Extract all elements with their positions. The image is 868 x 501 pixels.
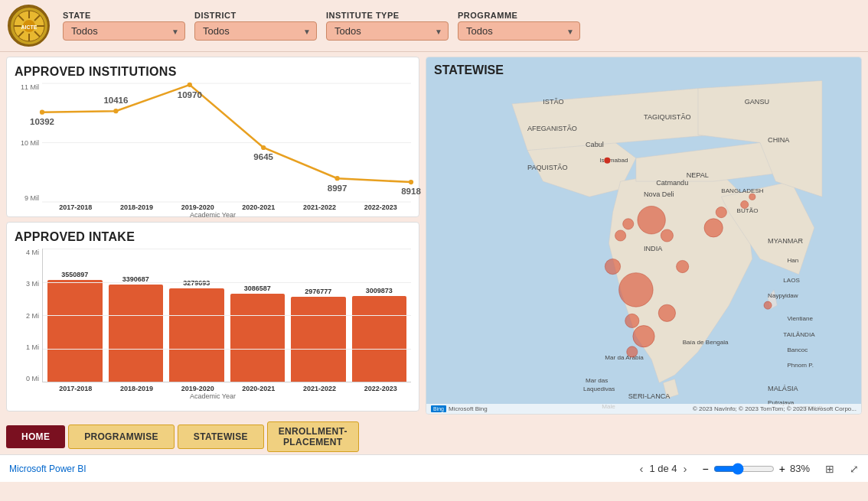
zoom-slider[interactable] xyxy=(713,463,775,475)
nav-home-button[interactable]: HOME xyxy=(6,425,65,448)
bar-y-tick-3mi: 3 Mi xyxy=(26,280,39,288)
svg-text:10416: 10416 xyxy=(103,96,128,105)
svg-point-71 xyxy=(623,219,634,229)
fullscreen-button[interactable]: ⤢ xyxy=(850,463,859,475)
district-filter-select[interactable]: Todos xyxy=(194,21,317,41)
nav-statewise-button[interactable]: STATEWISE xyxy=(178,425,264,449)
approved-intake-card: APPROVED INTAKE 4 Mi 3 Mi 2 Mi 1 Mi 0 Mi xyxy=(6,222,419,412)
zoom-level: 83% xyxy=(790,463,810,474)
svg-text:10392: 10392 xyxy=(30,117,54,126)
page-info: 1 de 4 xyxy=(649,463,677,474)
statewise-map-title: STATEWISE xyxy=(426,57,511,80)
svg-text:MALÁSIA: MALÁSIA xyxy=(768,385,798,392)
zoom-out-button[interactable]: − xyxy=(703,463,709,475)
approved-intake-title: APPROVED INTAKE xyxy=(15,230,411,244)
bar-2020: 3086587 xyxy=(230,285,286,382)
left-panel: APPROVED INSTITUTIONS 11 Mil 10 Mil 9 Mi… xyxy=(6,57,419,415)
line-chart-svg: 10392 10416 10970 9645 8997 8918 xyxy=(42,83,411,202)
logo-area: AICTE xyxy=(8,5,54,47)
svg-text:BANGLADESH: BANGLADESH xyxy=(721,187,763,194)
svg-text:MYANMAR: MYANMAR xyxy=(768,237,803,245)
svg-point-16 xyxy=(113,109,118,113)
nav-programwise-button[interactable]: PROGRAMWISE xyxy=(68,425,175,449)
state-filter-wrapper[interactable]: Todos xyxy=(63,21,185,41)
svg-point-66 xyxy=(615,230,626,241)
svg-text:GANSU: GANSU xyxy=(745,98,769,106)
district-filter-label: DISTRICT xyxy=(194,11,317,20)
x-label-2019: 2019-2020 xyxy=(167,203,228,211)
zoom-controls: − + 83% xyxy=(703,463,810,475)
svg-point-65 xyxy=(661,229,673,242)
x-label-2021: 2021-2022 xyxy=(289,203,351,211)
svg-text:Mar das: Mar das xyxy=(586,377,608,384)
svg-text:Catmandu: Catmandu xyxy=(656,179,688,187)
x-label-2018: 2018-2019 xyxy=(106,203,168,211)
prev-page-button[interactable]: ‹ xyxy=(639,462,643,475)
institute-type-filter-wrapper[interactable]: Todos xyxy=(326,21,449,41)
programme-filter-select[interactable]: Todos xyxy=(458,21,580,41)
fit-page-button[interactable]: ⊞ xyxy=(825,463,834,475)
programme-filter-label: PROGRAMME xyxy=(458,11,580,20)
powerbi-link[interactable]: Microsoft Power BI xyxy=(9,464,86,474)
zoom-in-button[interactable]: + xyxy=(779,463,785,475)
top-bar: AICTE STATE Todos DISTRICT Todos INSTITU… xyxy=(0,0,868,52)
bar-y-tick-1mi: 1 Mi xyxy=(26,343,39,351)
programme-filter-wrapper[interactable]: Todos xyxy=(458,21,580,41)
bar-x-2022: 2022-2023 xyxy=(350,385,411,392)
bing-icon: Bing xyxy=(431,405,446,412)
svg-text:AFEGANISTÃO: AFEGANISTÃO xyxy=(527,125,577,132)
svg-point-72 xyxy=(627,346,638,357)
bar-y-tick-0mi: 0 Mi xyxy=(26,375,39,382)
svg-point-67 xyxy=(677,260,689,272)
svg-text:Mar da Arábia: Mar da Arábia xyxy=(605,354,644,361)
svg-text:BUTÃO: BUTÃO xyxy=(737,207,759,214)
bar-y-tick-2mi: 2 Mi xyxy=(26,312,39,320)
svg-text:Islamabad: Islamabad xyxy=(599,157,628,164)
svg-text:Vientiane: Vientiane xyxy=(787,315,813,322)
institute-type-filter-label: INSTITUTE TYPE xyxy=(326,11,449,20)
district-filter-group: DISTRICT Todos xyxy=(194,11,317,41)
svg-point-17 xyxy=(188,83,192,87)
svg-point-74 xyxy=(749,194,755,200)
y-tick-11mil: 11 Mil xyxy=(21,83,39,91)
svg-text:Naypyidaw: Naypyidaw xyxy=(768,292,798,299)
svg-point-63 xyxy=(625,314,639,327)
svg-text:Baía de Bengala: Baía de Bengala xyxy=(683,339,729,346)
state-filter-select[interactable]: Todos xyxy=(63,21,185,41)
svg-text:PAQUISTÃO: PAQUISTÃO xyxy=(527,164,567,171)
svg-text:9645: 9645 xyxy=(253,152,273,161)
svg-text:Phnom P.: Phnom P. xyxy=(787,362,814,369)
state-filter-label: STATE xyxy=(63,11,185,20)
bar-x-2019: 2019-2020 xyxy=(167,385,228,392)
bar-y-tick-4mi: 4 Mi xyxy=(26,249,39,256)
state-filter-group: STATE Todos xyxy=(63,11,185,41)
svg-text:8918: 8918 xyxy=(401,187,421,196)
svg-point-64 xyxy=(704,219,723,237)
svg-text:NEPAL: NEPAL xyxy=(687,171,709,179)
bar-x-2021: 2021-2022 xyxy=(289,385,351,392)
institute-type-filter-select[interactable]: Todos xyxy=(326,21,449,41)
svg-point-59 xyxy=(619,273,654,307)
svg-text:8997: 8997 xyxy=(328,184,348,193)
svg-point-61 xyxy=(638,207,665,234)
svg-text:Laquedivas: Laquedivas xyxy=(583,386,615,392)
bar-2018: 3390687 xyxy=(109,275,164,382)
svg-point-75 xyxy=(764,301,772,309)
map-svg: AFEGANISTÃO PAQUISTÃO TAGIQUISTÃO ISTÃO … xyxy=(426,57,861,414)
x-label-2017: 2017-2018 xyxy=(45,203,106,211)
nav-enrollment-button[interactable]: ENROLLMENT-PLACEMENT xyxy=(267,421,359,452)
bar-2017: 3550897 xyxy=(47,271,103,382)
next-page-button[interactable]: › xyxy=(684,462,687,475)
institute-type-filter-group: INSTITUTE TYPE Todos xyxy=(326,11,449,41)
bar-2021: 2976777 xyxy=(291,288,346,382)
svg-text:ISTÃO: ISTÃO xyxy=(543,98,563,106)
bing-logo: Bing Microsoft Bing xyxy=(431,405,488,412)
district-filter-wrapper[interactable]: Todos xyxy=(194,21,317,41)
svg-point-19 xyxy=(334,176,339,181)
right-panel: STATEWISE xyxy=(426,57,862,415)
bar-2022: 3009873 xyxy=(352,287,407,382)
svg-text:10970: 10970 xyxy=(178,90,202,99)
aicte-logo: AICTE xyxy=(8,5,50,47)
x-label-2022: 2022-2023 xyxy=(350,203,411,211)
main-content: APPROVED INSTITUTIONS 11 Mil 10 Mil 9 Mi… xyxy=(0,52,868,419)
